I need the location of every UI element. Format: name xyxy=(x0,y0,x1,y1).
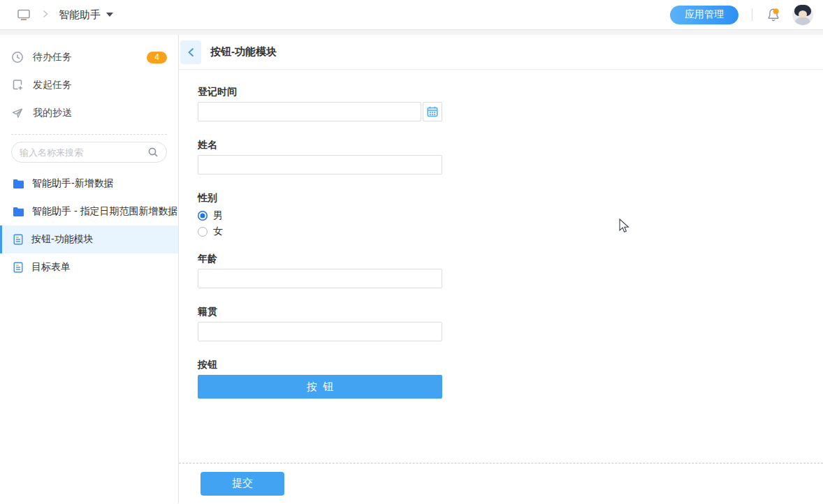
clock-icon xyxy=(11,51,24,64)
notification-bell-icon[interactable] xyxy=(766,7,781,22)
app-title[interactable]: 智能助手 xyxy=(59,8,101,22)
register-time-input[interactable] xyxy=(198,102,421,121)
sidebar-item-label: 待办任务 xyxy=(33,51,72,64)
search-icon[interactable] xyxy=(147,147,159,158)
list-item-label: 智能助手-新增数据 xyxy=(32,177,114,190)
breadcrumb-chevron-icon xyxy=(42,8,49,21)
gender-option-male[interactable]: 男 xyxy=(198,207,442,223)
field-register-time: 登记时间 xyxy=(198,84,442,121)
topbar-divider xyxy=(752,8,752,21)
date-picker-button[interactable] xyxy=(423,102,442,121)
folder-icon xyxy=(13,207,24,217)
field-label: 按钮 xyxy=(198,357,442,371)
age-input[interactable] xyxy=(198,269,442,288)
field-label: 性别 xyxy=(198,191,442,205)
list-item-label: 智能助手 - 指定日期范围新增数据 xyxy=(32,205,177,218)
field-label: 年龄 xyxy=(198,251,442,265)
sidebar-item-todo-tasks[interactable]: 待办任务 4 xyxy=(0,43,178,71)
sidebar: 待办任务 4 发起任务 我的抄送 xyxy=(0,35,179,503)
search-input[interactable] xyxy=(20,147,147,158)
field-label: 姓名 xyxy=(198,138,442,151)
native-place-input[interactable] xyxy=(198,322,442,341)
user-avatar[interactable] xyxy=(792,4,813,25)
field-name: 姓名 xyxy=(198,138,442,175)
form-header: 按钮-功能模块 xyxy=(179,35,823,70)
field-native-place: 籍贯 xyxy=(198,304,442,341)
field-gender: 性别 男 女 xyxy=(198,191,442,239)
folder-icon xyxy=(13,179,24,189)
list-item-folder-new-data[interactable]: 智能助手-新增数据 xyxy=(0,170,178,198)
gender-option-female[interactable]: 女 xyxy=(198,223,442,239)
todo-count-badge: 4 xyxy=(147,52,167,64)
form-footer: 提交 xyxy=(179,463,823,503)
sidebar-search[interactable] xyxy=(11,142,167,163)
monitor-logo-icon[interactable] xyxy=(17,8,31,22)
name-input[interactable] xyxy=(198,155,442,175)
radio-label: 男 xyxy=(213,209,223,222)
form-body: 登记时间 xyxy=(179,70,823,463)
create-task-icon xyxy=(11,79,24,91)
sidebar-divider xyxy=(11,134,167,135)
radio-checked-icon[interactable] xyxy=(198,211,207,221)
list-item-target-form[interactable]: 目标表单 xyxy=(0,253,178,281)
form: 登记时间 xyxy=(198,84,442,399)
sidebar-item-label: 我的抄送 xyxy=(33,107,72,119)
page-gap-strip xyxy=(0,30,823,35)
field-age: 年龄 xyxy=(198,251,442,288)
field-label: 籍贯 xyxy=(198,304,442,318)
form-list: 智能助手-新增数据 智能助手 - 指定日期范围新增数据 按钮-功能模块 xyxy=(0,170,178,281)
sidebar-item-my-cc[interactable]: 我的抄送 xyxy=(0,99,178,127)
field-button: 按钮 按 钮 xyxy=(198,357,442,399)
form-document-icon xyxy=(13,262,24,273)
back-button[interactable] xyxy=(180,40,201,64)
field-label: 登记时间 xyxy=(198,84,442,98)
app-manage-button[interactable]: 应用管理 xyxy=(670,6,738,24)
submit-button[interactable]: 提交 xyxy=(201,472,284,496)
send-icon xyxy=(11,107,24,119)
radio-label: 女 xyxy=(213,225,223,238)
form-document-icon xyxy=(13,234,24,245)
list-item-button-module[interactable]: 按钮-功能模块 xyxy=(0,225,178,253)
radio-unchecked-icon[interactable] xyxy=(198,227,207,237)
top-bar: 智能助手 应用管理 xyxy=(0,0,823,30)
form-title: 按钮-功能模块 xyxy=(210,45,277,59)
back-chevron-icon xyxy=(187,47,195,57)
form-action-button[interactable]: 按 钮 xyxy=(198,375,442,399)
sidebar-item-initiate-task[interactable]: 发起任务 xyxy=(0,71,178,99)
sidebar-item-label: 发起任务 xyxy=(33,79,72,91)
list-item-label: 按钮-功能模块 xyxy=(31,233,94,246)
calendar-icon xyxy=(426,105,439,118)
app-switcher-caret-icon[interactable] xyxy=(106,13,113,17)
main-panel: 按钮-功能模块 登记时间 xyxy=(179,35,823,503)
list-item-folder-date-range[interactable]: 智能助手 - 指定日期范围新增数据 xyxy=(0,198,178,225)
list-item-label: 目标表单 xyxy=(31,261,71,274)
